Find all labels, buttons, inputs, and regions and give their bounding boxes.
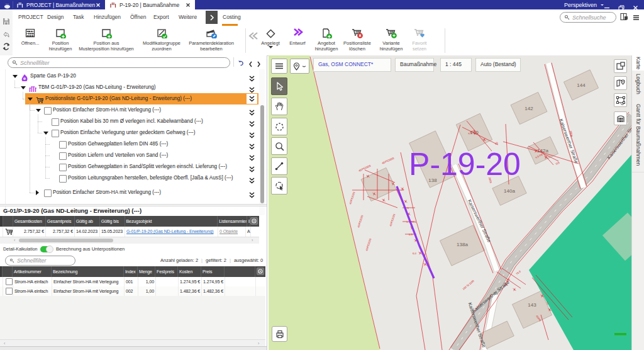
row-checkbox[interactable] [6, 278, 13, 285]
column-header-gesamtpreis[interactable]: Gesamtpreis [46, 216, 75, 227]
tree-row[interactable]: Position Einfacher Strom-HA mit Verlegun… [0, 187, 259, 198]
position-checkbox[interactable] [59, 152, 67, 160]
column-settings-icon[interactable] [250, 217, 258, 227]
column-header-kosten[interactable]: Kosten [178, 266, 201, 277]
tree-row[interactable]: Sparte Gas P-19-20 [0, 71, 259, 82]
map-field-3[interactable]: Auto (Bestand) [475, 58, 521, 72]
detail-kalkulation-toggle[interactable] [40, 246, 52, 252]
menu-item-ffnen[interactable]: Öffnen [130, 9, 146, 25]
map-tool-cursor[interactable] [271, 77, 287, 95]
map-menu-button[interactable] [271, 59, 287, 74]
menu-item-design[interactable]: Design [47, 9, 64, 25]
column-header-blank[interactable] [225, 266, 255, 277]
close-tab-icon[interactable] [96, 3, 101, 8]
map-field-2[interactable]: 1 : 445 [440, 58, 472, 72]
expander-collapse-icon[interactable] [28, 98, 33, 101]
row-actions-button[interactable] [246, 93, 258, 104]
map-view[interactable]: 144142140142a138140a138a14340/PE202040/P… [269, 55, 631, 350]
column-settings-icon[interactable] [257, 268, 264, 277]
map-tool-overview[interactable] [614, 59, 627, 73]
column-header-bezugsobjekt[interactable]: Bezugsobjekt [125, 216, 218, 227]
window-tab-project[interactable]: PROJECT | Baumaßnahmen [13, 0, 105, 9]
menu-overflow-button[interactable] [206, 11, 218, 24]
side-tab-ganttfrbaumanahmen[interactable]: Gantt für Baumaßnahmen [632, 98, 644, 172]
column-header-gltigab[interactable]: Gültig ab [75, 216, 100, 227]
menu-hamburger-icon[interactable] [632, 13, 640, 24]
column-header-gltigbis[interactable]: Gültig bis [100, 216, 125, 227]
column-header-listensammler[interactable]: Listensammler [218, 216, 247, 227]
tree-row[interactable]: Position Gehwegplatten in Sand/Splitt ve… [0, 161, 259, 172]
table1-row[interactable]: 2.757,32 €2.757,32 €14.02.202315.05.2023… [0, 227, 259, 237]
layout-lock-icon[interactable] [620, 12, 628, 23]
column-header-festpreis[interactable]: Festpreis [155, 266, 178, 277]
scroll-left-arrow[interactable]: ‹ [4, 341, 5, 346]
context-tab-costing[interactable]: Costing [223, 9, 241, 25]
position-checkbox[interactable] [44, 107, 52, 115]
column-header-preis[interactable]: Preis [201, 266, 225, 277]
position-checkbox[interactable] [59, 175, 67, 183]
tree-row[interactable]: Position Einfacher Strom-HA mit Verlegun… [0, 104, 259, 116]
position-checkbox[interactable] [52, 118, 59, 126]
expander-collapse-icon[interactable] [36, 109, 41, 112]
perspektiven-dropdown[interactable]: Perspektiven [564, 0, 604, 9]
map-tool-zoom[interactable] [271, 137, 287, 155]
articles-filter-input[interactable]: Schnellfilter [5, 256, 75, 266]
hscrollbar-thumb[interactable] [19, 239, 113, 242]
ribbon-button-favorit[interactable]: Favoritsetzen [385, 27, 454, 54]
nav-forward-button[interactable] [257, 59, 261, 70]
menu-item-project[interactable]: PROJECT [18, 9, 43, 25]
panel-splitter[interactable] [0, 204, 267, 206]
scroll-left-arrow[interactable]: ‹ [14, 238, 15, 242]
row-actions-button[interactable] [248, 175, 255, 186]
map-tool-transform[interactable] [614, 93, 627, 107]
nav-back-button[interactable] [248, 59, 253, 70]
tree-scrollbar-thumb[interactable] [260, 105, 264, 203]
column-header-artikelnummer[interactable]: Artikelnummer [13, 266, 52, 277]
expander-collapse-icon[interactable] [43, 132, 48, 135]
print-map-button[interactable] [272, 326, 287, 342]
tree-row[interactable]: TBM G-01/P-19-20 (Gas ND-Leitung - Erwei… [0, 82, 259, 93]
position-checkbox[interactable] [52, 130, 59, 137]
map-field-0[interactable]: Gas, OSM CONNECT* [313, 58, 391, 72]
objekte-link[interactable]: 0 Objekte [219, 229, 238, 234]
column-header-bezeichnung[interactable]: Bezeichnung [52, 266, 124, 277]
map-tool-dashed-circle[interactable] [271, 118, 287, 135]
scroll-right-arrow[interactable]: › [252, 238, 253, 242]
menu-item-weitere[interactable]: Weitere [179, 9, 197, 25]
side-tab-karte[interactable]: Karte [632, 55, 644, 71]
tree-row[interactable]: Position Liefern und Verteilen von Sand … [0, 150, 259, 161]
bezugsobjekt-link[interactable]: G-01/P-19-20 (Gas ND-Leitung - Erweiteru… [126, 229, 213, 234]
table2-row[interactable]: Strom-HA einfachEinfacher Strom-HA mit V… [0, 286, 265, 296]
row-actions-button[interactable] [248, 189, 255, 201]
column-header-menge[interactable]: Menge [138, 266, 155, 277]
map-tool-lasso[interactable] [271, 177, 287, 195]
tree-row[interactable]: Position Gehwegplatten liefern DIN 485 (… [0, 138, 259, 150]
expander-collapse-icon[interactable] [21, 86, 26, 89]
expander-collapse-icon[interactable] [13, 75, 18, 78]
expander-expand-icon[interactable] [36, 190, 39, 195]
position-checkbox[interactable] [44, 189, 52, 197]
tree-filter-input[interactable]: Schnellfilter [8, 57, 230, 68]
row-checkbox[interactable] [6, 288, 13, 295]
side-tab-logbuch[interactable]: Logbuch [632, 71, 644, 98]
position-checkbox[interactable] [59, 141, 67, 149]
map-tool-map-pin[interactable] [614, 76, 627, 90]
tree-row[interactable]: Position Leitungsgraben herstellen, befe… [0, 172, 259, 184]
window-tab-baumassnahme[interactable]: P-19-20 | Baumaßnahme [105, 0, 195, 9]
map-field-1[interactable]: Baumaßnahme [395, 58, 434, 72]
save-button[interactable] [3, 16, 10, 24]
menu-item-export[interactable]: Export [153, 9, 169, 25]
tree-row[interactable]: Positionsliste G-01/P-19-20 (Gas ND-Leit… [0, 93, 259, 104]
close-tab-icon[interactable] [186, 3, 191, 8]
column-header-blank[interactable] [3, 216, 13, 227]
table2-row[interactable]: Strom-HA einfachEinfacher Strom-HA mit V… [0, 277, 265, 287]
position-checkbox[interactable] [59, 164, 67, 171]
map-tool-building[interactable] [614, 111, 627, 125]
scroll-right-arrow[interactable]: › [258, 341, 259, 346]
quick-search-input[interactable]: Schnellsuche [560, 12, 616, 23]
map-tool-measure[interactable] [271, 157, 287, 175]
column-header-blank[interactable] [3, 266, 13, 277]
menu-item-hinzufgen[interactable]: Hinzufügen [94, 9, 121, 25]
table1-hscrollbar[interactable]: ‹› [0, 237, 259, 244]
column-header-index[interactable]: Index [124, 266, 138, 277]
